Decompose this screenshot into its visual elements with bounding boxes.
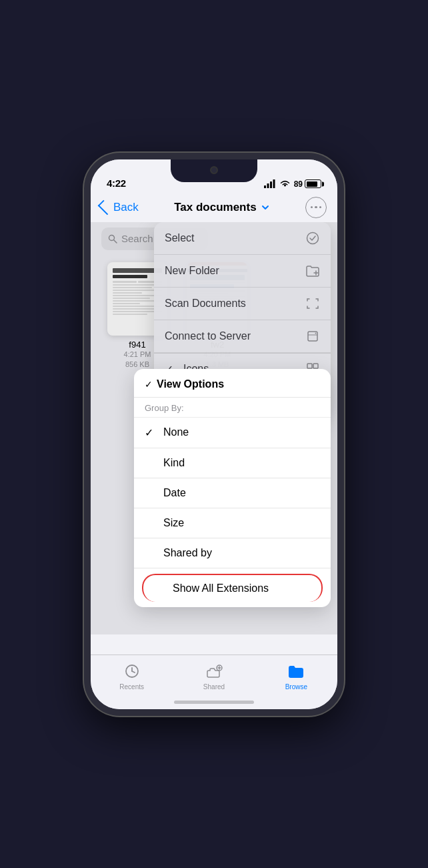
three-dots-icon — [311, 206, 322, 209]
shared-by-label: Shared by — [163, 547, 212, 559]
status-icons: 89 — [264, 179, 321, 189]
kind-label: Kind — [163, 457, 185, 469]
recents-label: Recents — [119, 683, 144, 691]
shared-label: Shared — [203, 683, 225, 691]
view-options-panel: ✓ View Options Group By: ✓ None Kind Dat… — [134, 369, 331, 607]
notch — [171, 159, 257, 182]
wifi-icon — [279, 179, 291, 188]
svg-rect-2 — [270, 181, 272, 188]
battery-fill — [307, 181, 317, 187]
svg-rect-3 — [273, 179, 275, 188]
size-label: Size — [163, 517, 184, 529]
battery-box — [305, 179, 321, 188]
kind-option[interactable]: Kind — [134, 448, 331, 478]
show-all-extensions-label: Show All Extensions — [173, 582, 269, 594]
phone-frame: 4:22 89 — [84, 153, 344, 716]
back-label: Back — [113, 201, 139, 214]
status-time: 4:22 — [107, 177, 126, 189]
back-button[interactable]: Back — [101, 201, 139, 214]
battery-label: 89 — [294, 179, 303, 189]
browse-icon — [287, 662, 305, 681]
shared-icon — [205, 662, 223, 681]
title-chevron-icon[interactable] — [261, 203, 270, 212]
view-options-header: ✓ View Options — [134, 369, 331, 398]
show-all-extensions-item[interactable]: Show All Extensions — [142, 574, 323, 602]
none-option[interactable]: ✓ None — [134, 418, 331, 448]
view-options-chevron-icon: ✓ — [145, 379, 153, 390]
signal-icon — [264, 179, 276, 188]
content-area: Search — [91, 222, 337, 634]
none-label: None — [163, 426, 189, 438]
svg-rect-0 — [264, 185, 266, 188]
group-by-label: Group By: — [134, 398, 331, 418]
svg-rect-1 — [267, 183, 269, 188]
recents-tab[interactable]: Recents — [105, 662, 159, 691]
nav-title-text: Tax documents — [174, 201, 256, 214]
shared-tab[interactable]: Shared — [187, 662, 241, 691]
browse-label: Browse — [285, 683, 307, 691]
size-option[interactable]: Size — [134, 508, 331, 538]
none-checkmark: ✓ — [145, 426, 158, 439]
date-label: Date — [163, 487, 186, 499]
nav-title: Tax documents — [174, 201, 269, 214]
camera — [210, 166, 218, 174]
view-options-title: View Options — [157, 378, 224, 390]
date-option[interactable]: Date — [134, 478, 331, 508]
battery: 89 — [294, 179, 321, 189]
recents-icon — [123, 662, 141, 681]
browse-tab[interactable]: Browse — [269, 662, 323, 691]
nav-bar: Back Tax documents — [91, 193, 337, 222]
more-button[interactable] — [305, 197, 327, 218]
shared-by-option[interactable]: Shared by — [134, 538, 331, 568]
svg-line-24 — [132, 671, 135, 673]
back-chevron-icon — [98, 199, 113, 215]
home-indicator — [174, 701, 254, 704]
